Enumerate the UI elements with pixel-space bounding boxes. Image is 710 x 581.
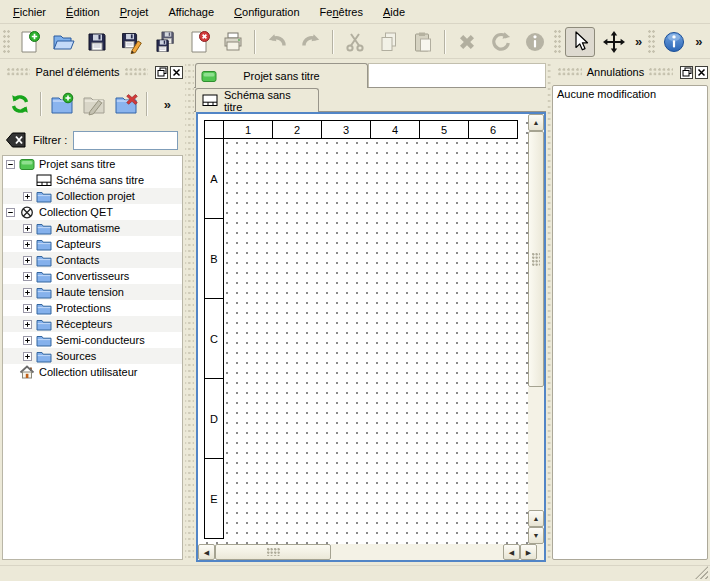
rotate-button[interactable] xyxy=(486,27,516,57)
tree-item-protections[interactable]: Protections xyxy=(3,300,182,316)
menu-edition[interactable]: Édition xyxy=(56,2,110,22)
menu-configuration[interactable]: Configuration xyxy=(224,2,309,22)
column-header-6: 6 xyxy=(468,120,518,139)
print-button[interactable] xyxy=(218,27,248,57)
scroll-up-button-2[interactable]: ▲ xyxy=(528,510,544,527)
scroll-left-button-2[interactable]: ◀ xyxy=(503,544,520,560)
diagram-canvas[interactable] xyxy=(198,114,528,544)
tree-item-sources[interactable]: Sources xyxy=(3,348,182,364)
toolbar-overflow-button[interactable]: » xyxy=(691,34,706,49)
menu-affichage[interactable]: Affichage xyxy=(158,2,224,22)
tree-item-convertisseurs[interactable]: Convertisseurs xyxy=(3,268,182,284)
expander-plus-icon[interactable] xyxy=(23,256,32,265)
toolbar-overflow-button[interactable]: » xyxy=(631,34,646,49)
undo-button[interactable] xyxy=(262,27,292,57)
save-as-button[interactable] xyxy=(116,27,146,57)
home-icon xyxy=(19,365,36,379)
tree-item-collection-qet[interactable]: Collection QET xyxy=(3,204,182,220)
scroll-right-button[interactable]: ▶ xyxy=(520,544,537,560)
tree-item-automatisme[interactable]: Automatisme xyxy=(3,220,182,236)
menu-projet[interactable]: Projet xyxy=(110,2,159,22)
info-blue-icon xyxy=(662,30,686,54)
select-mode-button[interactable] xyxy=(565,27,595,57)
scroll-left-button[interactable]: ◀ xyxy=(198,544,215,560)
float-dock-button[interactable] xyxy=(155,66,168,79)
expander-minus-icon[interactable] xyxy=(6,208,15,217)
tree-item-label: Projet sans titre xyxy=(39,158,115,170)
toolbar-drag-handle[interactable] xyxy=(648,30,655,54)
tree-item-projet-sans-titre[interactable]: Projet sans titre xyxy=(3,156,182,172)
toolbar-drag-handle[interactable] xyxy=(554,30,561,54)
save-button[interactable] xyxy=(82,27,112,57)
filter-label: Filtrer : xyxy=(33,134,67,146)
scissors-icon xyxy=(343,30,367,54)
new-document-button[interactable] xyxy=(14,27,44,57)
close-file-icon xyxy=(187,30,211,54)
tree-item-label: Capteurs xyxy=(56,238,101,250)
save-all-button[interactable] xyxy=(150,27,180,57)
vertical-scrollbar-track[interactable] xyxy=(528,387,544,510)
refresh-green-icon xyxy=(8,92,32,116)
tree-item-haute-tension[interactable]: Haute tension xyxy=(3,284,182,300)
vertical-scrollbar-thumb[interactable] xyxy=(528,131,544,387)
expander-minus-icon[interactable] xyxy=(6,160,15,169)
resize-grip[interactable] xyxy=(695,566,708,579)
horizontal-scrollbar-track[interactable] xyxy=(331,544,503,560)
diagram-info-button[interactable] xyxy=(659,27,689,57)
tree-item-semiconducteurs[interactable]: Semi-conducteurs xyxy=(3,332,182,348)
scroll-up-button[interactable]: ▲ xyxy=(528,114,544,131)
clear-filter-button[interactable] xyxy=(5,132,27,148)
tab-schema[interactable]: Schéma sans titre xyxy=(195,88,319,112)
tree-item-contacts[interactable]: Contacts xyxy=(3,252,182,268)
horizontal-scrollbar-thumb[interactable] xyxy=(215,544,331,560)
left-splitter-handle[interactable] xyxy=(185,62,194,562)
filter-input[interactable] xyxy=(73,131,178,150)
tab-project[interactable]: Projet sans titre xyxy=(195,63,368,88)
paste-button[interactable] xyxy=(408,27,438,57)
open-document-button[interactable] xyxy=(48,27,78,57)
expander-plus-icon[interactable] xyxy=(23,304,32,313)
element-info-button[interactable] xyxy=(520,27,550,57)
toolbar-overflow-button[interactable]: » xyxy=(160,97,175,112)
diagram-view: 123456 ABCDE ▲ ▲ ▼ ◀ ◀ ▶ xyxy=(196,112,546,562)
elements-panel-titlebar[interactable]: Panel d'éléments xyxy=(2,63,183,81)
cut-button[interactable] xyxy=(340,27,370,57)
tree-item-collection-utilisateur[interactable]: Collection utilisateur xyxy=(3,364,182,380)
delete-button[interactable] xyxy=(452,27,482,57)
expander-plus-icon[interactable] xyxy=(23,224,32,233)
tree-item-schema-sans-titre[interactable]: Schéma sans titre xyxy=(3,172,182,188)
expander-plus-icon[interactable] xyxy=(23,320,32,329)
close-document-button[interactable] xyxy=(184,27,214,57)
expander-plus-icon[interactable] xyxy=(23,336,32,345)
new-category-button[interactable] xyxy=(48,90,76,118)
expander-plus-icon[interactable] xyxy=(23,352,32,361)
dock-handle-texture xyxy=(125,68,148,77)
close-dock-button[interactable] xyxy=(170,66,183,79)
redo-button[interactable] xyxy=(296,27,326,57)
menu-fenetres[interactable]: Fenêtres xyxy=(310,2,373,22)
expander-plus-icon[interactable] xyxy=(23,192,32,201)
expander-plus-icon[interactable] xyxy=(23,288,32,297)
undo-panel-titlebar[interactable]: Annulations xyxy=(553,63,708,81)
menu-aide[interactable]: Aide xyxy=(373,2,415,22)
float-dock-button[interactable] xyxy=(680,66,693,79)
expander-plus-icon[interactable] xyxy=(23,240,32,249)
folder-icon xyxy=(36,350,53,363)
delete-category-button[interactable] xyxy=(112,90,140,118)
edit-category-button[interactable] xyxy=(80,90,108,118)
pan-mode-button[interactable] xyxy=(599,27,629,57)
collections-tree: Projet sans titreSchéma sans titreCollec… xyxy=(2,155,183,560)
scroll-down-button[interactable]: ▼ xyxy=(528,527,544,544)
tree-item-recepteurs[interactable]: Récepteurs xyxy=(3,316,182,332)
mdi-area: Projet sans titre Schéma sans titre 1234… xyxy=(194,62,546,562)
menu-fichier[interactable]: Fichier xyxy=(3,2,56,22)
expander-plus-icon[interactable] xyxy=(23,272,32,281)
copy-button[interactable] xyxy=(374,27,404,57)
close-dock-button[interactable] xyxy=(695,66,708,79)
folder-icon xyxy=(36,190,53,203)
reload-collections-button[interactable] xyxy=(6,90,34,118)
toolbar-drag-handle[interactable] xyxy=(3,30,10,54)
undo-list-item[interactable]: Aucune modification xyxy=(553,86,707,102)
tree-item-capteurs[interactable]: Capteurs xyxy=(3,236,182,252)
tree-item-collection-projet[interactable]: Collection projet xyxy=(3,188,182,204)
